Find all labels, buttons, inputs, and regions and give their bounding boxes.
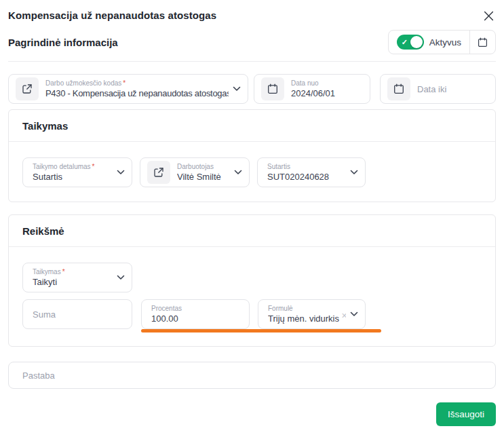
toggle-label: Aktyvus <box>429 37 461 48</box>
field-label: Sutartis <box>267 162 346 171</box>
field-label: Darbuotojas <box>177 162 230 171</box>
application-fields-row: Taikymo detalumas* Sutartis Dar <box>22 157 482 187</box>
note-input-field[interactable] <box>22 362 482 388</box>
field-label: Taikymas* <box>33 267 113 276</box>
required-marker: * <box>123 79 125 87</box>
required-marker: * <box>62 268 65 276</box>
field-value: SUT020240628 <box>267 171 346 183</box>
modal-footer: Išsaugoti <box>8 402 496 426</box>
compensation-modal: Kompensacija už nepanaudotas atostogas P… <box>0 0 504 437</box>
date-from-picker[interactable]: Data nuo 2024/06/01 <box>254 74 370 104</box>
external-link-icon[interactable] <box>147 161 170 184</box>
field-value: P430 - Kompensacija už nepanaudotas atos… <box>45 88 229 99</box>
field-value: Sutartis <box>33 171 113 183</box>
status-control-group: ✓ Aktyvus <box>388 30 496 54</box>
field-label: Taikymo detalumas* <box>33 162 113 171</box>
detail-level-select[interactable]: Taikymo detalumas* Sutartis <box>22 157 132 187</box>
main-section-header: Pagrindinė informacija ✓ Aktyvus <box>8 30 496 62</box>
value-application-row: Taikymas* Taikyti <box>22 263 482 292</box>
modal-header: Kompensacija už nepanaudotas atostogas <box>8 10 496 23</box>
value-section-card: Reikšmė Taikymas* Taikyti Procentas <box>8 214 496 347</box>
field-label: Formulė <box>268 304 346 313</box>
value-amount-row: Procentas 100.00 Formulė Trijų mėn. vidu… <box>22 299 482 329</box>
highlight-underline <box>141 329 381 332</box>
calendar-icon <box>478 37 488 48</box>
check-icon: ✓ <box>402 39 408 46</box>
main-section-title: Pagrindinė informacija <box>8 37 118 48</box>
value-section-title: Reikšmė <box>9 215 495 247</box>
chevron-down-icon <box>233 86 241 92</box>
field-value: Viltė Smiltė <box>177 171 230 183</box>
field-text: Data iki <box>417 84 488 94</box>
external-link-icon[interactable] <box>16 77 39 100</box>
field-placeholder: Data iki <box>417 84 488 94</box>
modal-title: Kompensacija už nepanaudotas atostogas <box>8 10 216 21</box>
toggle-knob <box>410 36 423 48</box>
history-calendar-button[interactable] <box>470 31 495 54</box>
employee-select[interactable]: Darbuotojas Viltė Smiltė <box>140 157 250 187</box>
toggle-switch-on[interactable]: ✓ <box>397 35 424 50</box>
salary-code-select[interactable]: Darbo užmokesčio kodas* P430 - Kompensac… <box>8 74 248 104</box>
apply-select[interactable]: Taikymas* Taikyti <box>22 263 132 292</box>
chevron-down-icon <box>117 170 125 175</box>
field-label: Data nuo <box>291 79 363 88</box>
date-to-picker[interactable]: Data iki <box>380 74 496 104</box>
field-label: Darbo užmokesčio kodas* <box>45 79 229 88</box>
formula-select[interactable]: Formulė Trijų mėn. vidurkis✕ <box>258 299 366 329</box>
application-section-title: Taikymas <box>9 110 495 142</box>
application-section-body: Taikymo detalumas* Sutartis Dar <box>9 142 495 202</box>
note-input[interactable] <box>8 362 496 389</box>
percent-input[interactable]: Procentas 100.00 <box>141 299 250 329</box>
sum-input[interactable] <box>22 299 132 329</box>
chevron-down-icon <box>350 311 358 317</box>
chevron-down-icon <box>350 170 358 175</box>
field-value: 100.00 <box>151 313 242 324</box>
active-toggle[interactable]: ✓ Aktyvus <box>389 31 469 54</box>
field-label: Procentas <box>151 304 242 313</box>
calendar-icon[interactable] <box>261 77 284 100</box>
close-icon <box>484 11 494 21</box>
value-section-body: Taikymas* Taikyti Procentas 100.00 <box>9 247 495 346</box>
field-text: Darbo užmokesčio kodas* P430 - Kompensac… <box>45 79 229 99</box>
chevron-down-icon <box>117 275 125 280</box>
close-button[interactable] <box>481 8 496 23</box>
sum-input-field[interactable] <box>33 300 125 328</box>
chevron-down-icon <box>234 170 242 175</box>
field-value: 2024/06/01 <box>291 88 363 99</box>
field-value: Taikyti <box>33 276 113 288</box>
field-text: Data nuo 2024/06/01 <box>291 79 363 99</box>
general-fields-row: Darbo užmokesčio kodas* P430 - Kompensac… <box>8 74 496 104</box>
field-value: Trijų mėn. vidurkis <box>268 313 339 324</box>
save-button[interactable]: Išsaugoti <box>436 402 496 426</box>
required-marker: * <box>92 163 95 170</box>
calendar-icon[interactable] <box>387 77 410 100</box>
application-section-card: Taikymas Taikymo detalumas* Sutartis <box>8 109 496 202</box>
contract-select[interactable]: Sutartis SUT020240628 <box>257 157 366 187</box>
clear-icon[interactable]: ✕ <box>341 313 346 322</box>
